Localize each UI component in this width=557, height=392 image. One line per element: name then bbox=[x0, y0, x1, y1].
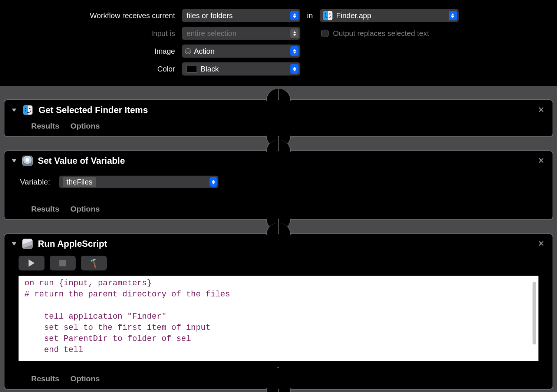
play-icon bbox=[29, 259, 34, 267]
config-row-image: Image Action bbox=[0, 42, 557, 60]
stepper-arrows-icon bbox=[290, 64, 299, 74]
action-header: Set Value of Variable ✕ bbox=[4, 151, 553, 169]
config-row-input: Input is entire selection Output replace… bbox=[0, 24, 557, 42]
action-header: Get Selected Finder Items ✕ bbox=[4, 100, 553, 119]
applescript-icon bbox=[22, 239, 33, 249]
stepper-arrows-icon bbox=[290, 29, 299, 38]
stepper-arrows-icon bbox=[449, 11, 457, 20]
config-row-color: Color Black bbox=[0, 60, 557, 78]
script-editor[interactable]: on run {input, parameters} # return the … bbox=[19, 276, 538, 361]
action-header: Run AppleScript ✕ bbox=[4, 234, 553, 252]
variable-label: Variable: bbox=[20, 177, 50, 186]
action-body: Variable: theFiles bbox=[4, 169, 553, 202]
output-replaces-label: Output replaces selected text bbox=[333, 29, 429, 38]
stepper-arrows-icon bbox=[210, 177, 217, 187]
application-popup[interactable]: Finder.app bbox=[320, 9, 459, 22]
action-tabs: Results Options bbox=[4, 371, 553, 389]
color-value: Black bbox=[201, 65, 219, 73]
input-is-value: entire selection bbox=[187, 29, 237, 38]
workflow-canvas[interactable]: Get Selected Finder Items ✕ Results Opti… bbox=[0, 86, 557, 392]
image-value: Action bbox=[194, 47, 215, 56]
tab-results[interactable]: Results bbox=[31, 374, 59, 383]
compile-script-button[interactable]: 🔨 bbox=[81, 256, 107, 270]
scrollbar-thumb[interactable] bbox=[533, 282, 536, 345]
action-title: Set Value of Variable bbox=[38, 156, 535, 166]
variable-popup[interactable]: theFiles bbox=[59, 176, 218, 188]
color-swatch bbox=[187, 65, 197, 73]
input-connector bbox=[4, 86, 553, 99]
stepper-arrows-icon bbox=[290, 46, 299, 56]
automator-icon bbox=[22, 156, 33, 166]
close-action-button[interactable]: ✕ bbox=[535, 105, 547, 115]
disclosure-triangle-icon[interactable] bbox=[12, 109, 16, 112]
variable-row: Variable: theFiles bbox=[20, 172, 537, 196]
stop-script-button[interactable] bbox=[50, 256, 76, 270]
receives-value: files or folders bbox=[187, 11, 233, 20]
variable-token: theFiles bbox=[63, 177, 96, 187]
in-label: in bbox=[300, 11, 320, 20]
close-action-button[interactable]: ✕ bbox=[535, 156, 547, 166]
stop-icon bbox=[59, 260, 66, 266]
action-connector bbox=[4, 390, 553, 392]
action-connector bbox=[4, 220, 553, 233]
input-is-label: Input is bbox=[0, 29, 182, 38]
tab-results[interactable]: Results bbox=[31, 205, 59, 213]
action-get-selected-finder-items[interactable]: Get Selected Finder Items ✕ Results Opti… bbox=[4, 99, 553, 137]
color-label: Color bbox=[0, 65, 182, 73]
action-set-value-of-variable[interactable]: Set Value of Variable ✕ Variable: theFil… bbox=[4, 150, 553, 220]
run-script-button[interactable] bbox=[19, 256, 45, 270]
tab-options[interactable]: Options bbox=[70, 374, 100, 383]
disclosure-triangle-icon[interactable] bbox=[12, 242, 16, 246]
gear-icon bbox=[185, 48, 191, 54]
output-replaces-checkbox bbox=[321, 30, 329, 37]
tab-results[interactable]: Results bbox=[31, 122, 59, 130]
action-title: Get Selected Finder Items bbox=[39, 105, 535, 115]
action-title: Run AppleScript bbox=[38, 239, 535, 249]
color-popup[interactable]: Black bbox=[182, 62, 300, 76]
receives-label: Workflow receives current bbox=[0, 11, 182, 20]
image-label: Image bbox=[0, 47, 182, 56]
script-toolbar: 🔨 bbox=[4, 252, 553, 276]
receives-popup[interactable]: files or folders bbox=[182, 9, 300, 22]
close-action-button[interactable]: ✕ bbox=[535, 239, 547, 249]
action-connector bbox=[4, 137, 553, 150]
workflow-config-panel: Workflow receives current files or folde… bbox=[0, 0, 557, 86]
image-popup[interactable]: Action bbox=[182, 44, 300, 58]
stepper-arrows-icon bbox=[290, 11, 299, 20]
input-is-popup: entire selection bbox=[182, 27, 300, 40]
hammer-icon: 🔨 bbox=[88, 257, 100, 269]
action-tabs: Results Options bbox=[4, 119, 553, 136]
tab-options[interactable]: Options bbox=[70, 122, 100, 130]
action-tabs: Results Options bbox=[4, 202, 553, 219]
tab-options[interactable]: Options bbox=[70, 205, 100, 213]
config-row-receives: Workflow receives current files or folde… bbox=[0, 7, 557, 24]
application-value: Finder.app bbox=[336, 11, 372, 20]
finder-app-icon bbox=[22, 104, 33, 116]
action-run-applescript[interactable]: Run AppleScript ✕ 🔨 on run {input, param… bbox=[4, 233, 553, 390]
finder-icon bbox=[323, 11, 333, 20]
disclosure-triangle-icon[interactable] bbox=[12, 159, 16, 163]
resize-handle-icon[interactable]: • bbox=[4, 364, 553, 371]
